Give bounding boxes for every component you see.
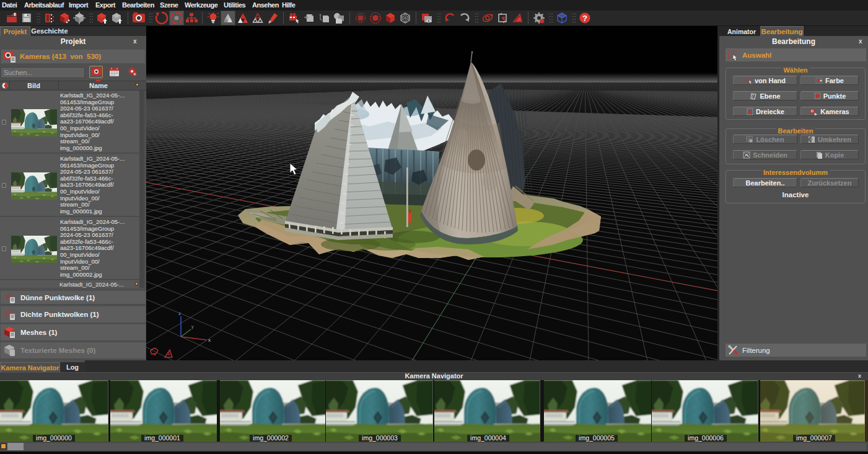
svg-text:x: x xyxy=(208,337,211,343)
svg-text:?: ? xyxy=(582,13,587,22)
svg-text:z: z xyxy=(178,311,181,316)
svg-text:y: y xyxy=(191,324,194,329)
